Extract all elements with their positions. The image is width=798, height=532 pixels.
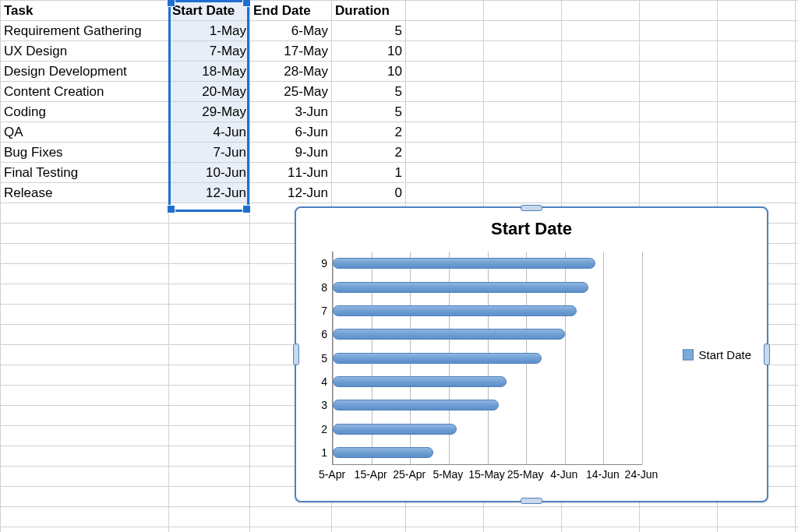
cell-blank[interactable]	[640, 62, 718, 82]
cell-blank[interactable]	[562, 41, 640, 62]
cell-blank[interactable]	[484, 122, 562, 143]
cell-end[interactable]: 17-May	[250, 41, 332, 62]
cell-blank[interactable]	[1, 224, 169, 244]
plot-area[interactable]: 123456789	[312, 252, 642, 465]
cell-blank[interactable]	[406, 527, 484, 533]
cell-blank[interactable]	[796, 244, 799, 264]
cell-start[interactable]: 1-May	[169, 21, 250, 41]
cell-blank[interactable]	[562, 507, 640, 527]
cell-start[interactable]: 7-Jun	[169, 143, 250, 163]
cell-blank[interactable]	[1, 325, 169, 345]
cell-duration[interactable]: 5	[332, 102, 406, 122]
cell-blank[interactable]	[796, 203, 799, 224]
cell-blank[interactable]	[169, 446, 250, 467]
cell-blank[interactable]	[1, 487, 169, 507]
header-row[interactable]: Task Start Date End Date Duration	[1, 1, 799, 21]
cell-blank[interactable]	[718, 143, 796, 163]
cell-blank[interactable]	[484, 527, 562, 533]
cell-blank[interactable]	[718, 41, 796, 62]
cell-blank[interactable]	[640, 527, 718, 533]
cell-blank[interactable]	[484, 183, 562, 203]
cell-blank[interactable]	[169, 345, 250, 365]
cell-blank[interactable]	[796, 21, 799, 41]
cell-blank[interactable]	[169, 305, 250, 325]
cell-blank[interactable]	[796, 41, 799, 62]
cell-blank[interactable]	[718, 507, 796, 527]
cell-start[interactable]: 10-Jun	[169, 163, 250, 183]
cell-blank[interactable]	[169, 527, 250, 533]
chart-bar[interactable]	[333, 424, 457, 435]
cell-blank[interactable]	[718, 82, 796, 102]
cell-blank[interactable]	[1, 507, 169, 527]
cell-blank[interactable]	[169, 365, 250, 386]
cell-start[interactable]: 20-May	[169, 82, 250, 102]
chart-legend[interactable]: Start Date	[683, 348, 751, 361]
cell-end[interactable]: 3-Jun	[250, 102, 332, 122]
cell-blank[interactable]	[332, 527, 406, 533]
table-row[interactable]: Content Creation20-May25-May5	[1, 82, 799, 102]
cell-blank[interactable]	[640, 41, 718, 62]
col-header-start[interactable]: Start Date	[169, 1, 250, 21]
cell-blank[interactable]	[169, 224, 250, 244]
cell-blank[interactable]	[640, 82, 718, 102]
blank-header[interactable]	[796, 1, 799, 21]
chart-bar[interactable]	[333, 353, 542, 364]
blank-header[interactable]	[640, 1, 718, 21]
cell-blank[interactable]	[562, 122, 640, 143]
chart-bar[interactable]	[333, 376, 507, 387]
cell-end[interactable]: 9-Jun	[250, 143, 332, 163]
cell-blank[interactable]	[718, 102, 796, 122]
cell-start[interactable]: 4-Jun	[169, 122, 250, 143]
cell-blank[interactable]	[796, 345, 799, 365]
cell-blank[interactable]	[1, 406, 169, 426]
cell-blank[interactable]	[169, 467, 250, 487]
cell-duration[interactable]: 2	[332, 143, 406, 163]
chart-bar[interactable]	[333, 400, 499, 410]
cell-blank[interactable]	[640, 183, 718, 203]
cell-blank[interactable]	[796, 527, 799, 533]
chart-bar[interactable]	[333, 447, 433, 458]
cell-blank[interactable]	[406, 21, 484, 41]
cell-blank[interactable]	[484, 21, 562, 41]
chart-bar[interactable]	[333, 282, 588, 293]
cell-blank[interactable]	[796, 507, 799, 527]
cell-blank[interactable]	[484, 62, 562, 82]
cell-task[interactable]: Requirement Gathering	[1, 21, 169, 41]
cell-blank[interactable]	[796, 446, 799, 467]
table-row[interactable]	[1, 507, 799, 527]
cell-blank[interactable]	[1, 365, 169, 386]
cell-blank[interactable]	[1, 386, 169, 406]
cell-blank[interactable]	[169, 203, 250, 224]
cell-task[interactable]: Design Development	[1, 62, 169, 82]
cell-duration[interactable]: 5	[332, 82, 406, 102]
chart-handle-right[interactable]	[764, 344, 770, 365]
cell-blank[interactable]	[640, 102, 718, 122]
cell-blank[interactable]	[562, 21, 640, 41]
cell-blank[interactable]	[250, 507, 332, 527]
cell-blank[interactable]	[796, 406, 799, 426]
chart-bar[interactable]	[333, 305, 577, 316]
cell-blank[interactable]	[796, 284, 799, 305]
chart-object[interactable]: Start Date 123456789 5-Apr15-Apr25-Apr5-…	[295, 206, 768, 502]
cell-blank[interactable]	[1, 527, 169, 533]
cell-end[interactable]: 11-Jun	[250, 163, 332, 183]
table-row[interactable]: Design Development18-May28-May10	[1, 62, 799, 82]
table-row[interactable]: QA4-Jun6-Jun2	[1, 122, 799, 143]
blank-header[interactable]	[406, 1, 484, 21]
cell-blank[interactable]	[718, 21, 796, 41]
cell-blank[interactable]	[796, 487, 799, 507]
table-row[interactable]	[1, 527, 799, 533]
cell-blank[interactable]	[484, 507, 562, 527]
cell-blank[interactable]	[562, 163, 640, 183]
cell-duration[interactable]: 10	[332, 62, 406, 82]
cell-blank[interactable]	[796, 82, 799, 102]
cell-blank[interactable]	[796, 467, 799, 487]
cell-blank[interactable]	[169, 284, 250, 305]
chart-title[interactable]: Start Date	[296, 219, 767, 239]
cell-blank[interactable]	[796, 122, 799, 143]
cell-blank[interactable]	[169, 244, 250, 264]
cell-blank[interactable]	[796, 183, 799, 203]
cell-blank[interactable]	[406, 41, 484, 62]
cell-end[interactable]: 6-Jun	[250, 122, 332, 143]
cell-task[interactable]: Content Creation	[1, 82, 169, 102]
